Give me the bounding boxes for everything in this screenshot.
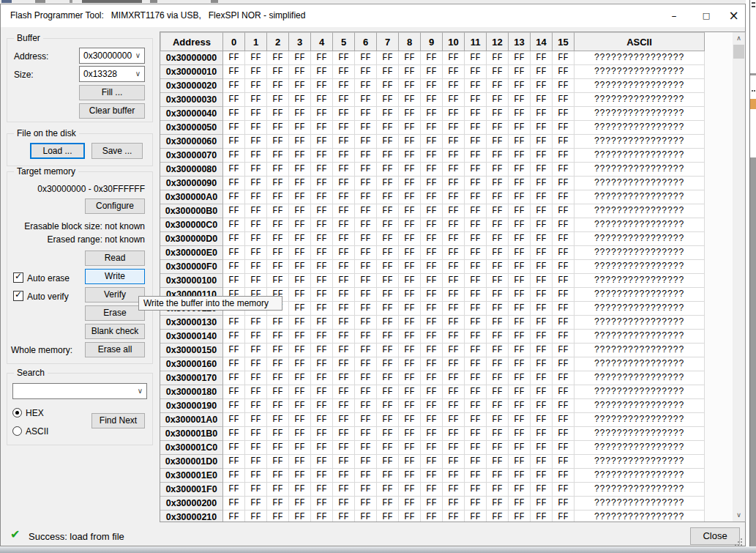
hex-byte-cell[interactable]: FF (399, 357, 421, 371)
ascii-cell[interactable]: ???????????????? (575, 413, 705, 427)
hex-byte-cell[interactable]: FF (223, 385, 245, 399)
hex-byte-cell[interactable]: FF (267, 316, 289, 330)
hex-byte-cell[interactable]: FF (399, 218, 421, 232)
hex-byte-cell[interactable]: FF (223, 483, 245, 497)
hex-byte-cell[interactable]: FF (443, 357, 465, 371)
hex-byte-cell[interactable]: FF (245, 190, 267, 204)
hex-byte-cell[interactable]: FF (355, 177, 377, 190)
hex-byte-cell[interactable]: FF (245, 121, 267, 135)
hex-byte-cell[interactable]: FF (399, 511, 421, 522)
hex-byte-cell[interactable]: FF (311, 149, 333, 163)
hex-byte-cell[interactable]: FF (443, 65, 465, 79)
hex-byte-cell[interactable]: FF (421, 497, 443, 511)
hex-byte-cell[interactable]: FF (443, 302, 465, 316)
hex-byte-cell[interactable]: FF (443, 399, 465, 413)
hex-byte-cell[interactable]: FF (267, 497, 289, 511)
ascii-cell[interactable]: ???????????????? (575, 302, 705, 316)
hex-byte-cell[interactable]: FF (421, 107, 443, 121)
hex-byte-cell[interactable]: FF (531, 79, 553, 93)
hex-byte-cell[interactable]: FF (399, 135, 421, 149)
hex-byte-cell[interactable]: FF (223, 121, 245, 135)
hex-byte-cell[interactable]: FF (443, 190, 465, 204)
hex-byte-cell[interactable]: FF (333, 135, 355, 149)
hex-byte-cell[interactable]: FF (531, 413, 553, 427)
hex-byte-cell[interactable]: FF (399, 469, 421, 483)
hex-byte-cell[interactable]: FF (421, 177, 443, 190)
hex-byte-cell[interactable]: FF (553, 413, 575, 427)
hex-byte-cell[interactable]: FF (421, 469, 443, 483)
hex-byte-cell[interactable]: FF (377, 149, 399, 163)
hex-byte-cell[interactable]: FF (267, 163, 289, 177)
hex-byte-cell[interactable]: FF (245, 177, 267, 190)
hex-byte-cell[interactable]: FF (311, 274, 333, 288)
hex-byte-cell[interactable]: FF (399, 302, 421, 316)
hex-byte-cell[interactable]: FF (377, 107, 399, 121)
hex-byte-cell[interactable]: FF (421, 427, 443, 441)
hex-byte-cell[interactable]: FF (531, 190, 553, 204)
hex-byte-cell[interactable]: FF (553, 121, 575, 135)
hex-byte-cell[interactable]: FF (289, 483, 311, 497)
hex-byte-cell[interactable]: FF (553, 246, 575, 260)
hex-byte-cell[interactable]: FF (245, 497, 267, 511)
hex-byte-cell[interactable]: FF (553, 163, 575, 177)
hex-byte-cell[interactable]: FF (399, 288, 421, 302)
hex-byte-cell[interactable]: FF (311, 330, 333, 344)
hex-byte-cell[interactable]: FF (245, 511, 267, 522)
ascii-cell[interactable]: ???????????????? (575, 149, 705, 163)
hex-byte-cell[interactable]: FF (377, 302, 399, 316)
hex-byte-cell[interactable]: FF (245, 455, 267, 469)
hex-byte-cell[interactable]: FF (531, 65, 553, 79)
hex-byte-cell[interactable]: FF (531, 344, 553, 357)
hex-byte-cell[interactable]: FF (377, 260, 399, 274)
resize-grip[interactable] (734, 538, 743, 546)
hex-byte-cell[interactable]: FF (311, 316, 333, 330)
hex-byte-cell[interactable]: FF (311, 246, 333, 260)
hex-byte-cell[interactable]: FF (553, 149, 575, 163)
hex-byte-cell[interactable]: FF (465, 288, 487, 302)
hex-byte-cell[interactable]: FF (223, 51, 245, 65)
hex-byte-cell[interactable]: FF (311, 469, 333, 483)
hex-byte-cell[interactable]: FF (377, 497, 399, 511)
hex-byte-cell[interactable]: FF (377, 371, 399, 385)
hex-byte-cell[interactable]: FF (311, 497, 333, 511)
hex-byte-cell[interactable]: FF (487, 385, 509, 399)
buffer-size-combobox[interactable]: 0x13328 ∨ (79, 66, 145, 82)
hex-byte-cell[interactable]: FF (333, 93, 355, 107)
hex-byte-cell[interactable]: FF (553, 135, 575, 149)
hex-byte-cell[interactable]: FF (355, 413, 377, 427)
maximize-button[interactable]: □ (690, 4, 722, 27)
hex-byte-cell[interactable]: FF (465, 302, 487, 316)
hex-byte-cell[interactable]: FF (465, 246, 487, 260)
hex-byte-cell[interactable]: FF (355, 483, 377, 497)
hex-byte-cell[interactable]: FF (465, 344, 487, 357)
ascii-cell[interactable]: ???????????????? (575, 51, 705, 65)
ascii-cell[interactable]: ???????????????? (575, 246, 705, 260)
hex-byte-cell[interactable]: FF (487, 218, 509, 232)
hex-byte-cell[interactable]: FF (509, 330, 531, 344)
hex-byte-cell[interactable]: FF (355, 302, 377, 316)
hex-byte-cell[interactable]: FF (355, 51, 377, 65)
hex-byte-cell[interactable]: FF (223, 399, 245, 413)
read-button[interactable]: Read (85, 250, 145, 266)
hex-byte-cell[interactable]: FF (421, 121, 443, 135)
hex-byte-cell[interactable]: FF (355, 344, 377, 357)
hex-byte-cell[interactable]: FF (487, 274, 509, 288)
hex-byte-cell[interactable]: FF (509, 107, 531, 121)
hex-byte-cell[interactable]: FF (223, 511, 245, 522)
hex-byte-cell[interactable]: FF (399, 371, 421, 385)
hex-byte-cell[interactable]: FF (465, 357, 487, 371)
hex-byte-cell[interactable]: FF (509, 79, 531, 93)
fill-button[interactable]: Fill ... (79, 85, 145, 100)
hex-byte-cell[interactable]: FF (553, 483, 575, 497)
erase-button[interactable]: Erase (85, 305, 145, 321)
hex-byte-cell[interactable]: FF (421, 232, 443, 246)
hex-byte-cell[interactable]: FF (465, 204, 487, 218)
hex-byte-cell[interactable]: FF (355, 135, 377, 149)
hex-byte-cell[interactable]: FF (465, 497, 487, 511)
hex-byte-cell[interactable]: FF (553, 455, 575, 469)
hex-byte-cell[interactable]: FF (443, 497, 465, 511)
hex-byte-cell[interactable]: FF (289, 302, 311, 316)
hex-byte-cell[interactable]: FF (333, 399, 355, 413)
hex-byte-cell[interactable]: FF (377, 316, 399, 330)
hex-byte-cell[interactable]: FF (421, 246, 443, 260)
